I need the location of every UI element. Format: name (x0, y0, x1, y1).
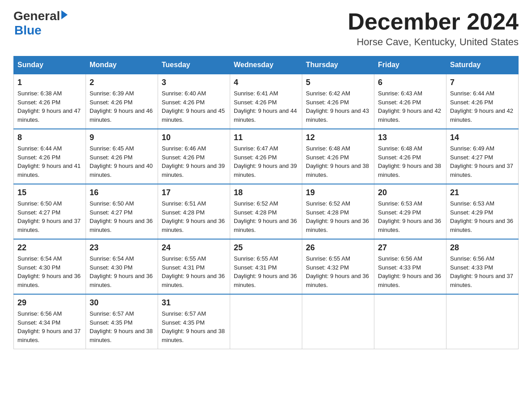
day-number: 18 (234, 188, 298, 197)
calendar-cell: 28Sunrise: 6:56 AMSunset: 4:33 PMDayligh… (446, 239, 519, 294)
day-number: 28 (450, 243, 515, 253)
day-number: 21 (450, 188, 515, 197)
day-number: 4 (234, 78, 298, 87)
calendar-cell: 29Sunrise: 6:56 AMSunset: 4:34 PMDayligh… (14, 294, 86, 349)
day-info: Sunrise: 6:56 AMSunset: 4:33 PMDaylight:… (450, 254, 515, 289)
day-info: Sunrise: 6:52 AMSunset: 4:28 PMDaylight:… (234, 199, 298, 234)
day-number: 29 (17, 298, 82, 308)
calendar-cell: 17Sunrise: 6:51 AMSunset: 4:28 PMDayligh… (158, 184, 230, 239)
calendar-body: 1Sunrise: 6:38 AMSunset: 4:26 PMDaylight… (14, 74, 519, 349)
weekday-header-saturday: Saturday (446, 56, 519, 74)
day-number: 1 (17, 78, 82, 87)
day-number: 6 (378, 78, 442, 87)
calendar-week-2: 8Sunrise: 6:44 AMSunset: 4:26 PMDaylight… (14, 129, 519, 184)
day-number: 9 (90, 133, 154, 142)
day-info: Sunrise: 6:57 AMSunset: 4:35 PMDaylight:… (90, 309, 154, 344)
day-info: Sunrise: 6:53 AMSunset: 4:29 PMDaylight:… (450, 199, 515, 234)
day-number: 22 (17, 243, 82, 253)
day-number: 31 (162, 298, 226, 308)
calendar-cell: 20Sunrise: 6:53 AMSunset: 4:29 PMDayligh… (374, 184, 446, 239)
calendar-week-1: 1Sunrise: 6:38 AMSunset: 4:26 PMDaylight… (14, 74, 519, 129)
day-number: 25 (234, 243, 298, 253)
day-info: Sunrise: 6:55 AMSunset: 4:32 PMDaylight:… (306, 254, 370, 289)
day-number: 13 (378, 133, 442, 142)
calendar-cell: 2Sunrise: 6:39 AMSunset: 4:26 PMDaylight… (86, 74, 158, 129)
day-info: Sunrise: 6:38 AMSunset: 4:26 PMDaylight:… (17, 89, 82, 124)
calendar-week-4: 22Sunrise: 6:54 AMSunset: 4:30 PMDayligh… (14, 239, 519, 294)
day-info: Sunrise: 6:40 AMSunset: 4:26 PMDaylight:… (162, 89, 226, 124)
calendar-cell: 1Sunrise: 6:38 AMSunset: 4:26 PMDaylight… (14, 74, 86, 129)
calendar-cell: 14Sunrise: 6:49 AMSunset: 4:27 PMDayligh… (446, 129, 519, 184)
calendar-cell: 11Sunrise: 6:47 AMSunset: 4:26 PMDayligh… (230, 129, 302, 184)
day-info: Sunrise: 6:45 AMSunset: 4:26 PMDaylight:… (90, 144, 154, 179)
day-number: 16 (90, 188, 154, 197)
calendar-cell: 22Sunrise: 6:54 AMSunset: 4:30 PMDayligh… (14, 239, 86, 294)
day-info: Sunrise: 6:46 AMSunset: 4:26 PMDaylight:… (162, 144, 226, 179)
calendar-week-5: 29Sunrise: 6:56 AMSunset: 4:34 PMDayligh… (14, 294, 519, 349)
day-info: Sunrise: 6:50 AMSunset: 4:27 PMDaylight:… (17, 199, 82, 234)
day-number: 3 (162, 78, 226, 87)
calendar-cell: 24Sunrise: 6:55 AMSunset: 4:31 PMDayligh… (158, 239, 230, 294)
calendar-cell: 26Sunrise: 6:55 AMSunset: 4:32 PMDayligh… (302, 239, 374, 294)
day-info: Sunrise: 6:42 AMSunset: 4:26 PMDaylight:… (306, 89, 370, 124)
calendar-cell: 19Sunrise: 6:52 AMSunset: 4:28 PMDayligh… (302, 184, 374, 239)
calendar-cell: 18Sunrise: 6:52 AMSunset: 4:28 PMDayligh… (230, 184, 302, 239)
weekday-header-wednesday: Wednesday (230, 56, 302, 74)
day-number: 26 (306, 243, 370, 253)
day-number: 8 (17, 133, 82, 142)
calendar-cell: 30Sunrise: 6:57 AMSunset: 4:35 PMDayligh… (86, 294, 158, 349)
day-info: Sunrise: 6:48 AMSunset: 4:26 PMDaylight:… (378, 144, 442, 179)
day-info: Sunrise: 6:54 AMSunset: 4:30 PMDaylight:… (17, 254, 82, 289)
day-number: 17 (162, 188, 226, 197)
weekday-header-tuesday: Tuesday (158, 56, 230, 74)
day-info: Sunrise: 6:44 AMSunset: 4:26 PMDaylight:… (450, 89, 515, 124)
day-info: Sunrise: 6:57 AMSunset: 4:35 PMDaylight:… (162, 309, 226, 344)
day-info: Sunrise: 6:49 AMSunset: 4:27 PMDaylight:… (450, 144, 515, 179)
day-info: Sunrise: 6:43 AMSunset: 4:26 PMDaylight:… (378, 89, 442, 124)
day-number: 7 (450, 78, 515, 87)
logo-arrow-icon (61, 10, 68, 19)
calendar-cell: 25Sunrise: 6:55 AMSunset: 4:31 PMDayligh… (230, 239, 302, 294)
calendar-cell: 3Sunrise: 6:40 AMSunset: 4:26 PMDaylight… (158, 74, 230, 129)
day-number: 11 (234, 133, 298, 142)
day-info: Sunrise: 6:56 AMSunset: 4:33 PMDaylight:… (378, 254, 442, 289)
day-number: 23 (90, 243, 154, 253)
calendar-cell: 7Sunrise: 6:44 AMSunset: 4:26 PMDaylight… (446, 74, 519, 129)
day-number: 5 (306, 78, 370, 87)
calendar-cell: 13Sunrise: 6:48 AMSunset: 4:26 PMDayligh… (374, 129, 446, 184)
day-info: Sunrise: 6:48 AMSunset: 4:26 PMDaylight:… (306, 144, 370, 179)
day-number: 19 (306, 188, 370, 197)
day-info: Sunrise: 6:52 AMSunset: 4:28 PMDaylight:… (306, 199, 370, 234)
day-number: 20 (378, 188, 442, 197)
logo-blue-text: Blue (14, 23, 42, 38)
calendar-week-3: 15Sunrise: 6:50 AMSunset: 4:27 PMDayligh… (14, 184, 519, 239)
day-number: 14 (450, 133, 515, 142)
day-info: Sunrise: 6:39 AMSunset: 4:26 PMDaylight:… (90, 89, 154, 124)
day-info: Sunrise: 6:54 AMSunset: 4:30 PMDaylight:… (90, 254, 154, 289)
weekday-header-thursday: Thursday (302, 56, 374, 74)
calendar-cell: 31Sunrise: 6:57 AMSunset: 4:35 PMDayligh… (158, 294, 230, 349)
weekday-header-friday: Friday (374, 56, 446, 74)
day-info: Sunrise: 6:56 AMSunset: 4:34 PMDaylight:… (17, 309, 82, 344)
day-number: 27 (378, 243, 442, 253)
calendar-cell: 23Sunrise: 6:54 AMSunset: 4:30 PMDayligh… (86, 239, 158, 294)
day-number: 24 (162, 243, 226, 253)
title-block: December 2024 Horse Cave, Kentucky, Unit… (348, 9, 519, 48)
calendar-cell: 6Sunrise: 6:43 AMSunset: 4:26 PMDaylight… (374, 74, 446, 129)
weekday-header-monday: Monday (86, 56, 158, 74)
calendar-cell (446, 294, 519, 349)
day-info: Sunrise: 6:55 AMSunset: 4:31 PMDaylight:… (234, 254, 298, 289)
calendar-cell: 4Sunrise: 6:41 AMSunset: 4:26 PMDaylight… (230, 74, 302, 129)
day-number: 15 (17, 188, 82, 197)
calendar-cell: 15Sunrise: 6:50 AMSunset: 4:27 PMDayligh… (14, 184, 86, 239)
calendar-cell: 8Sunrise: 6:44 AMSunset: 4:26 PMDaylight… (14, 129, 86, 184)
calendar-cell (230, 294, 302, 349)
logo-general-text: General (13, 9, 60, 23)
day-number: 30 (90, 298, 154, 308)
day-number: 12 (306, 133, 370, 142)
day-info: Sunrise: 6:44 AMSunset: 4:26 PMDaylight:… (17, 144, 82, 179)
calendar-cell: 16Sunrise: 6:50 AMSunset: 4:27 PMDayligh… (86, 184, 158, 239)
day-number: 10 (162, 133, 226, 142)
calendar-cell: 10Sunrise: 6:46 AMSunset: 4:26 PMDayligh… (158, 129, 230, 184)
day-info: Sunrise: 6:41 AMSunset: 4:26 PMDaylight:… (234, 89, 298, 124)
